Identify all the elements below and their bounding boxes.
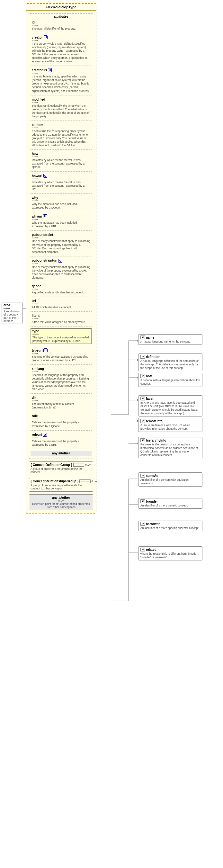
right-note-desc: A notional natural language information … <box>140 378 200 385</box>
prop-literal: literal ▪▪▪▪▪▪▪ A free-text value assign… <box>31 313 92 324</box>
right-remoteinfo-title: ↗ remoteInfo <box>140 419 200 423</box>
right-box-hierarchyinfo: ↗ hierarchyInfo Represents the position … <box>138 437 202 458</box>
right-name-title: ↗ name <box>140 336 200 339</box>
prop-custom-dots: ▪▪▪▪▪▪▪ <box>32 127 90 129</box>
prop-xmllang: xmllang ▪▪▪▪▪▪▪ Specifies the language o… <box>31 366 92 392</box>
prop-qcode: qcode ▪▪▪▪▪▪▪ A qualified code which ide… <box>31 284 92 295</box>
prop-xmllang-dots: ▪▪▪▪▪▪▪ <box>32 371 90 373</box>
right-hierarchyinfo-desc: Represents the position of a concept in … <box>140 443 200 457</box>
prop-literal-name: literal <box>32 314 90 317</box>
prop-why: why ▪▪▪▪▪▪▪ Why the metadata has been in… <box>31 195 92 210</box>
right-remoteinfo-desc: A link to an item or a web resource whic… <box>140 424 200 431</box>
prop-pubconstrainturi: pubconstrainturi U ▪▪▪▪▪▪▪ One or many c… <box>31 258 92 280</box>
right-name-desc: A natural language name for the concept. <box>140 340 200 344</box>
prop-typeuri-dots: ▪▪▪▪▪▪▪ <box>32 352 90 355</box>
right-box-related: ↗ related where the relationship is diff… <box>138 546 202 560</box>
attributes-title: attributes <box>31 15 92 18</box>
right-definition-desc: A natural language definition of the sem… <box>140 359 200 370</box>
crg-title: { ConceptRelationshipsGroup } ───── 0...… <box>31 479 92 483</box>
creator-uri-icon: U <box>44 35 48 39</box>
prop-type-name: type <box>32 330 90 333</box>
right-box-sameas: ↗ sameAs An identifier of a concept with… <box>138 472 202 487</box>
area-box-name: area <box>3 303 21 307</box>
prop-pubconstraint-name: pubconstraint <box>32 233 90 237</box>
prop-how-desc: Indicates by which means the value was e… <box>32 158 90 169</box>
right-narrower-desc: An identifier of a more specific ancesto… <box>140 526 200 530</box>
prop-role-dots: ▪▪▪▪▪▪▪ <box>32 418 90 420</box>
prop-creatoruri: creatoruri U ▪▪▪▪▪▪▪ If the attribute is… <box>31 67 92 93</box>
right-box-broader: ↗ broader An identifier of a more generi… <box>138 498 202 509</box>
prop-roleuri-dots: ▪▪▪▪▪▪▪ <box>32 437 90 439</box>
prop-modified-desc: The date (and, optionally, the time) whe… <box>32 104 90 118</box>
prop-id: id ▪▪▪▪▪▪▪ The natural identifier of the… <box>31 20 92 31</box>
prop-typeuri-name: typeuri U <box>32 348 90 352</box>
right-note-title: ↗ note <box>140 374 200 378</box>
prop-qcode-name: qcode <box>32 284 90 288</box>
prop-id-dots: ▪▪▪▪▪▪▪ <box>32 24 90 27</box>
prop-role: role ▪▪▪▪▪▪▪ Refines the semantics of th… <box>31 413 92 428</box>
right-hierarchyinfo-title: ↗ hierarchyInfo <box>140 438 200 442</box>
concept-relationships-group-inner: { ConceptRelationshipsGroup } ───── 0...… <box>29 478 93 492</box>
prop-modified-name: modified <box>32 98 90 101</box>
main-box-title: FlexRolePropType <box>26 4 96 10</box>
prop-uri-dots: ▪▪▪▪▪▪▪ <box>32 303 90 305</box>
prop-type-desc: The type of the concept assigned as cont… <box>32 336 90 343</box>
prop-creator-name: creator U <box>32 35 90 39</box>
prop-roleuri-desc: Refines the semantics of the property - … <box>32 440 90 447</box>
right-box-note: ↗ note A notional natural language infor… <box>138 373 202 387</box>
right-box-narrower: ↗ narrower An identifier of a more speci… <box>138 521 202 531</box>
prop-pubconstrainturi-desc: One or many constraints that apply to pu… <box>32 266 90 280</box>
prop-dir: dir ▪▪▪▪▪▪▪ The directionality of textua… <box>31 395 92 410</box>
right-box-definition: ↗ definition A natural language definiti… <box>138 353 202 371</box>
prop-whyuri-dots: ▪▪▪▪▪▪▪ <box>32 218 90 221</box>
area-box-desc: A subdivision of a country part of the a… <box>3 310 21 323</box>
prop-uri-name: uri <box>32 299 90 303</box>
prop-pubconstraint: pubconstraint ▪▪▪▪▪▪▪ One or many constr… <box>31 232 92 254</box>
prop-creatoruri-name: creatoruri U <box>32 68 90 72</box>
prop-qcode-dots: ▪▪▪▪▪▪▪ <box>32 288 90 290</box>
prop-type: type ▪▪▪▪▪▪▪ The type of the concept ass… <box>31 328 92 344</box>
right-sameas-title: ↗ sameAs <box>140 474 200 477</box>
right-broader-desc: An identifier of a more generic concept. <box>140 504 200 507</box>
right-box-facet: ↗ facet In NAR 1.8 and later, facet is d… <box>138 395 202 416</box>
prop-custom-desc: If set to true the corresponding propert… <box>32 129 90 147</box>
prop-why-name: why <box>32 196 90 199</box>
right-related-desc: where the relationship is different from… <box>140 552 200 559</box>
diagram-container: FlexRolePropType attributes id ▪▪▪▪▪▪▪ T… <box>0 0 223 868</box>
prop-custom: custom ▪▪▪▪▪▪▪ If set to true the corres… <box>31 122 92 148</box>
prop-roleuri: roleuri U ▪▪▪▪▪▪▪ Refines the semantics … <box>31 432 92 447</box>
attributes-section: attributes id ▪▪▪▪▪▪▪ The natural identi… <box>29 13 93 459</box>
prop-literal-desc: A free-text value assigned as property v… <box>32 320 90 324</box>
any-other-bottom-box: any ##other 0...∞ Extension point for st… <box>29 494 93 510</box>
prop-literal-dots: ▪▪▪▪▪▪▪ <box>32 317 90 320</box>
prop-role-name: role <box>32 414 90 418</box>
prop-dir-desc: The directionality of textual content (e… <box>32 402 90 409</box>
prop-type-dots: ▪▪▪▪▪▪▪ <box>32 333 90 336</box>
prop-howuri-name: howuri U <box>32 174 90 178</box>
prop-pubconstrainturi-name: pubconstrainturi U <box>32 259 90 262</box>
pubconstrainturi-uri-icon: U <box>58 259 62 262</box>
right-facet-title: ↗ facet <box>140 397 200 400</box>
right-facet-desc: In NAR 1.8 and later, facet is deprecate… <box>140 401 200 415</box>
prop-how-name: how <box>32 152 90 156</box>
prop-id-desc: The natural identifier of the property. <box>32 27 90 31</box>
roleuri-uri-icon: U <box>43 433 47 437</box>
area-box-dots: ▪▪▪▪▪▪▪ <box>3 307 21 310</box>
prop-whyuri: whyuri U ▪▪▪▪▪▪▪ Why the metadata has be… <box>31 214 92 229</box>
prop-pubconstraint-dots: ▪▪▪▪▪▪▪ <box>32 237 90 239</box>
prop-uri: uri ▪▪▪▪▪▪▪ A URI which identifies a con… <box>31 299 92 310</box>
prop-modified: modified ▪▪▪▪▪▪▪ The date (and, optional… <box>31 97 92 119</box>
concept-definition-group-inner: { ConceptDefinitionGroup } ───── 0...∞ A… <box>29 462 93 475</box>
prop-howuri-dots: ▪▪▪▪▪▪▪ <box>32 178 90 180</box>
prop-dir-name: dir <box>32 396 90 399</box>
right-sameas-desc: An identifier of a concept with equivale… <box>140 478 200 485</box>
prop-why-desc: Why the metadata has been included - exp… <box>32 203 90 210</box>
right-related-title: ↗ related <box>140 548 200 552</box>
prop-creator-dots: ▪▪▪▪▪▪▪ <box>32 39 90 42</box>
right-broader-title: ↗ broader <box>140 499 200 503</box>
prop-uri-desc: A URI which identifies a concept. <box>32 306 90 309</box>
howuri-uri-icon: U <box>43 174 47 178</box>
prop-how: how ▪▪▪▪▪▪▪ Indicates by which means the… <box>31 151 92 170</box>
area-box: area ▪▪▪▪▪▪▪ A subdivision of a country … <box>2 302 23 324</box>
creatoruri-uri-icon: U <box>48 68 52 72</box>
